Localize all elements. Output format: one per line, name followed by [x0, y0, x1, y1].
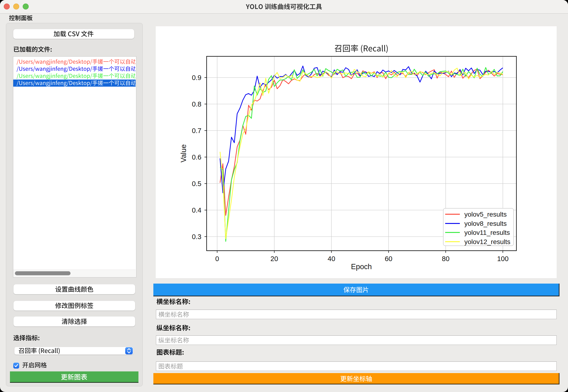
svg-text:0.8: 0.8 [192, 100, 201, 108]
svg-text:Value: Value [180, 144, 188, 163]
svg-text:0: 0 [215, 255, 219, 263]
svg-text:0.9: 0.9 [192, 74, 201, 82]
svg-text:0.7: 0.7 [192, 127, 201, 134]
svg-text:60: 60 [385, 255, 392, 263]
svg-text:80: 80 [442, 255, 449, 263]
svg-text:0.4: 0.4 [192, 206, 201, 214]
svg-text:Epoch: Epoch [351, 263, 372, 271]
svg-text:0.6: 0.6 [192, 154, 201, 161]
svg-text:100: 100 [497, 255, 508, 263]
svg-text:yolov12_results: yolov12_results [464, 238, 511, 245]
svg-text:yolov5_results: yolov5_results [464, 211, 507, 218]
svg-text:0.3: 0.3 [192, 233, 201, 240]
svg-text:yolov11_results: yolov11_results [464, 229, 510, 236]
svg-text:20: 20 [271, 255, 278, 263]
svg-text:yolov8_results: yolov8_results [464, 220, 507, 227]
svg-text:0.5: 0.5 [192, 180, 201, 187]
svg-text:40: 40 [328, 255, 335, 263]
